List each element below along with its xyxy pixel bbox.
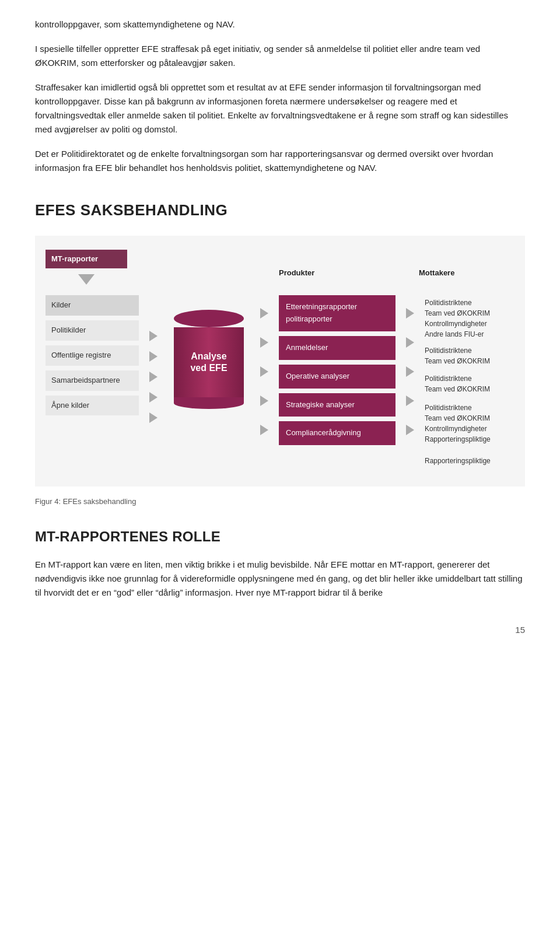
arrow-3: [149, 372, 158, 382]
text-block-1: kontrolloppgaver, som skattemyndighetene…: [35, 18, 525, 32]
mt-down-arrow: [78, 274, 94, 285]
analyse-cylinder: Analyse ved EFE: [174, 310, 244, 409]
products-column: Etteretningsrapporter politirapporter An…: [279, 295, 396, 445]
recipients-column: Politidistriktene Team ved ØKOKRIM Kontr…: [425, 295, 514, 473]
products-to-recipients-arrows: [396, 295, 425, 435]
source-samarbeidspartnere: Samarbeidspartnere: [46, 370, 139, 391]
text-block-4: Det er Politidirektoratet og de enkelte …: [35, 147, 525, 175]
arr-p2: [260, 337, 268, 348]
product-etteretning: Etteretningsrapporter politirapporter: [279, 295, 396, 331]
cylinder-top: [174, 310, 244, 327]
product-strategiske: Strategiske analyser: [279, 393, 396, 417]
section2-heading: MT-RAPPORTENES ROLLE: [35, 526, 525, 548]
page-number: 15: [35, 623, 525, 637]
fig-caption: Figur 4: EFEs saksbehandling: [35, 496, 525, 508]
cylinder-body: Analyse ved EFE: [174, 327, 244, 397]
arrow-4: [149, 392, 158, 403]
arr-r4: [406, 396, 414, 406]
arr-p4: [260, 396, 268, 406]
analyse-to-products-arrows: [250, 295, 279, 435]
recipient-3: Politidistriktene Team ved ØKOKRIM: [425, 372, 514, 396]
section2-text-block: En MT-rapport kan være en liten, men vik…: [35, 558, 525, 600]
arr-p1: [260, 308, 268, 319]
text-block-2: I spesielle tilfeller oppretter EFE stra…: [35, 42, 525, 70]
cylinder-bottom: [174, 397, 244, 409]
source-kilder: Kilder: [46, 295, 139, 316]
arrow-2: [149, 351, 158, 362]
arr-p3: [260, 366, 268, 377]
diagram-main-row: Kilder Politikilder Offentlige registre …: [46, 295, 514, 473]
section1-heading: EFES SAKSBEHANDLING: [35, 198, 525, 223]
arr-r3: [406, 366, 414, 377]
section2-paragraph: En MT-rapport kan være en liten, men vik…: [35, 558, 525, 600]
product-operative: Operative analyser: [279, 365, 396, 389]
arrow-1: [149, 331, 158, 341]
product-anmeldelser: Anmeldelser: [279, 336, 396, 360]
diagram-container: MT-rapporter Produkter Mottakere Kilder: [35, 236, 525, 487]
analyse-cylinder-col: Analyse ved EFE: [168, 295, 250, 424]
produkter-header: Produkter: [279, 264, 396, 283]
product-compliance: Compliancerådgivning: [279, 421, 396, 445]
source-apne: Åpne kilder: [46, 396, 139, 416]
arr-p5: [260, 425, 268, 435]
source-to-analyse-arrows: [139, 295, 168, 423]
source-offentlige: Offentlige registre: [46, 345, 139, 366]
recipient-1: Politidistriktene Team ved ØKOKRIM Kontr…: [425, 295, 514, 340]
paragraph-3: Straffesaker kan imidlertid også bli opp…: [35, 81, 525, 137]
sources-column: Kilder Politikilder Offentlige registre …: [46, 295, 139, 415]
arr-r1: [406, 308, 414, 319]
recipient-2: Politidistriktene Team ved ØKOKRIM: [425, 344, 514, 368]
mottakere-header: Mottakere: [413, 264, 514, 283]
source-politikilder: Politikilder: [46, 320, 139, 341]
text-block-3: Straffesaker kan imidlertid også bli opp…: [35, 81, 525, 137]
recipient-4: Politidistriktene Team ved ØKOKRIM Kontr…: [425, 400, 514, 445]
recipient-5: Rapporteringspliktige: [425, 449, 514, 473]
paragraph-1: kontrolloppgaver, som skattemyndighetene…: [35, 18, 525, 32]
paragraph-2: I spesielle tilfeller oppretter EFE stra…: [35, 42, 525, 70]
mt-rapporter-header: MT-rapporter: [46, 250, 127, 269]
arr-r5: [406, 425, 414, 435]
arrow-5: [149, 412, 158, 423]
paragraph-4: Det er Politidirektoratet og de enkelte …: [35, 147, 525, 175]
arr-r2: [406, 337, 414, 348]
analyse-label: Analyse ved EFE: [190, 351, 227, 375]
